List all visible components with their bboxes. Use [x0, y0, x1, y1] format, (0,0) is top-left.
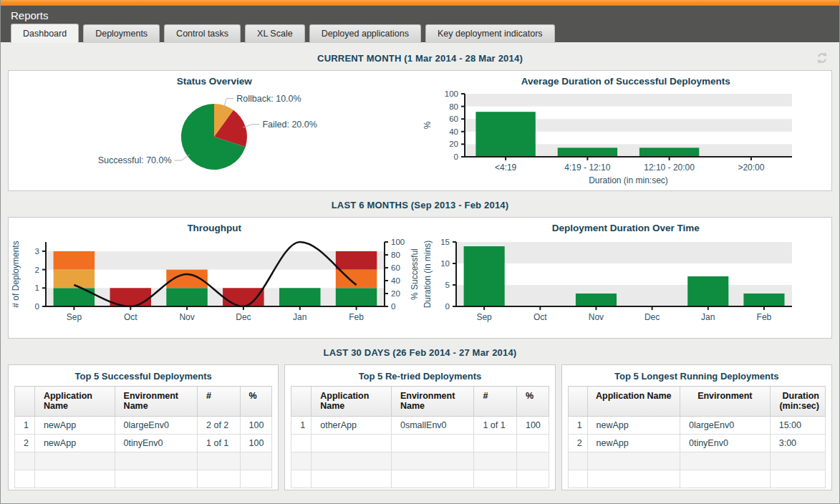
- svg-text:15: 15: [440, 238, 450, 246]
- svg-text:Feb: Feb: [349, 312, 364, 322]
- tab-dashboard[interactable]: Dashboard: [11, 24, 79, 43]
- refresh-icon[interactable]: [815, 51, 829, 65]
- section-header-last-30-days: LAST 30 DAYS (26 Feb 2014 - 27 Mar 2014): [8, 339, 832, 364]
- svg-text:1: 1: [35, 284, 39, 292]
- table-cell: [568, 470, 587, 488]
- tab-bar: DashboardDeploymentsControl tasksXL Scal…: [1, 24, 839, 43]
- svg-text:60: 60: [391, 263, 400, 272]
- table-cell: 1 of 1: [198, 435, 241, 452]
- column-header: [568, 387, 587, 417]
- section-header-last-6-months: LAST 6 MONTHS (Sep 2013 - Feb 2014): [8, 191, 832, 217]
- tab-xl-scale[interactable]: XL Scale: [245, 24, 305, 43]
- stacked-bar-line-canvas: 0123SepOctNovDecJanFeb# of Deployments02…: [9, 238, 420, 338]
- table-cell: [516, 470, 549, 488]
- table-cell: 0tinyEnv0: [115, 435, 197, 452]
- column-header: Environment: [680, 387, 770, 417]
- table-row: [15, 470, 272, 488]
- table-row: [291, 435, 549, 452]
- table-cell: [291, 435, 312, 452]
- app-header: Reports DashboardDeploymentsControl task…: [1, 6, 839, 42]
- table-row: 1newApp0largeEnv015:00: [568, 417, 825, 435]
- column-header: Duration (min:sec): [770, 387, 825, 417]
- table-cell: 0largeEnv0: [115, 417, 197, 435]
- table-cell: [240, 470, 272, 488]
- table-cell: [474, 435, 517, 452]
- table-cell: 2 of 2: [198, 417, 241, 435]
- tab-control-tasks[interactable]: Control tasks: [164, 24, 241, 43]
- svg-text:20: 20: [449, 140, 458, 148]
- top5-retried-table: Application NameEnvironment Name#%1other…: [291, 386, 549, 488]
- column-header: #: [474, 387, 517, 417]
- table-row: 1newApp0largeEnv02 of 2100: [15, 417, 272, 435]
- table-cell: otherApp: [312, 417, 392, 435]
- table-cell: [312, 452, 392, 470]
- table-cell: [15, 452, 35, 470]
- svg-text:Oct: Oct: [533, 312, 546, 322]
- tab-deployed-applications[interactable]: Deployed applications: [309, 24, 421, 43]
- svg-text:20: 20: [391, 289, 400, 298]
- svg-text:Jan: Jan: [701, 312, 715, 322]
- svg-text:40: 40: [391, 276, 400, 285]
- svg-text:Oct: Oct: [124, 312, 137, 322]
- brand-strip: [1, 0, 839, 6]
- svg-text:Duration (in mins): Duration (in mins): [423, 241, 433, 309]
- table-title: Top 5 Successful Deployments: [9, 365, 278, 386]
- table-cell: [770, 470, 825, 488]
- svg-text:Sep: Sep: [67, 312, 82, 322]
- svg-text:Duration (in min:sec): Duration (in min:sec): [589, 175, 668, 185]
- table-cell: [474, 470, 517, 488]
- status-overview-chart: Status Overview Rollback: 10.0%Failed: 2…: [9, 71, 420, 190]
- svg-text:Jan: Jan: [293, 312, 306, 322]
- svg-text:80: 80: [391, 251, 400, 259]
- table-cell: [770, 452, 825, 470]
- table-row: [568, 470, 825, 488]
- table-cell: 0smallEnv0: [391, 417, 473, 435]
- table-cell: [198, 452, 241, 470]
- chart-title: Average Duration of Successful Deploymen…: [420, 71, 832, 91]
- top5-successful-panel: Top 5 Successful Deployments Application…: [8, 364, 279, 490]
- table-title: Top 5 Re-tried Deployments: [285, 365, 554, 386]
- table-row: [568, 452, 825, 470]
- column-header: [15, 387, 35, 417]
- table-cell: [115, 470, 197, 488]
- column-header: %: [516, 387, 549, 417]
- table-cell: [291, 452, 312, 470]
- column-header: Application Name: [34, 387, 115, 417]
- column-header: #: [198, 387, 241, 417]
- table-cell: [587, 470, 680, 488]
- column-header: %: [240, 387, 272, 417]
- page-title: Reports: [1, 6, 839, 24]
- table-cell: 0tinyEnv0: [680, 435, 770, 452]
- svg-text:Feb: Feb: [756, 312, 771, 322]
- column-header: Environment Name: [391, 387, 473, 417]
- table-row: 2newApp0tinyEnv03:00: [568, 435, 825, 452]
- svg-text:4:19 - 12:10: 4:19 - 12:10: [564, 163, 610, 173]
- table-cell: [587, 452, 680, 470]
- table-cell: [291, 470, 312, 488]
- chart-title: Status Overview: [9, 71, 420, 91]
- table-cell: [15, 470, 35, 488]
- svg-text:# of Deployments: # of Deployments: [11, 241, 21, 307]
- table-cell: 1: [291, 417, 312, 435]
- section-title: LAST 30 DAYS (26 Feb 2014 - 27 Mar 2014): [324, 347, 517, 358]
- tab-deployments[interactable]: Deployments: [83, 24, 160, 43]
- svg-text:5: 5: [445, 281, 449, 289]
- table-row: 2newApp0tinyEnv01 of 1100: [15, 435, 272, 452]
- table-cell: [312, 435, 392, 452]
- svg-text:0: 0: [391, 302, 395, 311]
- table-row: [291, 452, 549, 470]
- tab-key-deployment-indicators[interactable]: Key deployment indicators: [425, 24, 555, 43]
- throughput-chart: Throughput 0123SepOctNovDecJanFeb# of De…: [9, 218, 420, 338]
- top5-retried-panel: Top 5 Re-tried Deployments Application N…: [284, 364, 555, 490]
- svg-text:Nov: Nov: [179, 312, 194, 322]
- table-cell: newApp: [34, 435, 115, 452]
- table-cell: 3:00: [770, 435, 825, 452]
- svg-text:Rollback: 10.0%: Rollback: 10.0%: [236, 94, 301, 104]
- table-row: [15, 452, 272, 470]
- table-cell: [474, 452, 517, 470]
- table-cell: 100: [240, 435, 272, 452]
- top5-longest-table: Application NameEnvironmentDuration (min…: [568, 386, 826, 488]
- svg-text:0: 0: [453, 152, 458, 161]
- table-cell: 1 of 1: [474, 417, 517, 435]
- table-cell: [115, 452, 197, 470]
